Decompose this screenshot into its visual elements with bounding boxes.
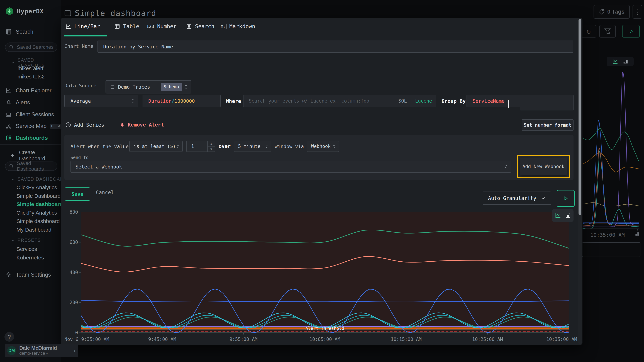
stepper-down-icon[interactable]: ▼ — [208, 146, 215, 152]
set-number-format-button[interactable]: Set number format — [522, 119, 574, 131]
threshold-number-input[interactable]: 1 ▲▼ — [186, 141, 215, 152]
saved-dashboards-header[interactable]: SAVED DASHBOARDS — [11, 177, 61, 182]
stepper-up-icon[interactable]: ▲ — [208, 141, 215, 146]
modal-scrollbar[interactable] — [578, 18, 582, 344]
bar-chart-icon[interactable] — [565, 213, 571, 218]
svg-text:10:05:00 AM: 10:05:00 AM — [310, 337, 340, 342]
via-label: window via — [275, 144, 304, 149]
sidebar-item-search[interactable]: Search — [5, 29, 33, 35]
send-to-label: Send to — [70, 155, 88, 160]
line-chart-icon[interactable] — [612, 58, 618, 64]
cancel-button[interactable]: Cancel — [96, 189, 114, 195]
line-chart-icon[interactable] — [555, 212, 561, 219]
brand[interactable]: HyperDX — [5, 7, 44, 16]
gear-icon — [5, 272, 12, 278]
chart-name-input[interactable]: Duration by Service Name — [98, 40, 573, 53]
comparator-select[interactable]: is at least (≥) — [129, 141, 183, 152]
group-by-value: ServiceName — [472, 98, 505, 104]
tags-label: 0 Tags — [607, 8, 624, 15]
kebab-menu-button[interactable]: ⋮ — [632, 5, 642, 18]
tile-x-axis-label: 10:35:00 AM — [590, 232, 633, 238]
tile-resize-handle[interactable] — [635, 232, 639, 236]
group-header-label: PRESETS — [18, 238, 41, 243]
svg-text:10:15:00 AM: 10:15:00 AM — [391, 337, 422, 342]
add-series-button[interactable]: Add Series — [65, 122, 104, 128]
svg-text:Alert Threshold: Alert Threshold — [306, 326, 344, 331]
tags-button[interactable]: 0 Tags — [594, 5, 630, 18]
refresh-button[interactable]: ↻ — [581, 25, 596, 37]
divider — [0, 144, 61, 145]
run-chart-button[interactable] — [557, 190, 574, 207]
save-button[interactable]: Save — [65, 187, 90, 201]
sql-toggle[interactable]: SQL — [398, 98, 407, 104]
remove-alert-button[interactable]: Remove Alert — [120, 122, 164, 128]
modal-scrollbar-thumb[interactable] — [578, 19, 582, 215]
page-title[interactable]: Simple dashboard — [75, 8, 156, 18]
add-new-webhook-button[interactable]: Add New Webhook — [520, 158, 567, 175]
data-source-select[interactable]: Demo Traces Schema — [106, 80, 192, 93]
filter-button[interactable] — [599, 25, 616, 37]
aggregation-select[interactable]: Average — [64, 95, 138, 107]
lucene-toggle[interactable]: Lucene — [415, 98, 432, 104]
user-menu[interactable]: DM Dale McDiarmid demo-service - › — [5, 344, 78, 357]
sidebar-item-team-settings[interactable]: Team Settings — [5, 272, 51, 278]
saved-searches-input[interactable]: Saved Searches — [5, 42, 57, 52]
aggregation-value: Average — [70, 98, 91, 104]
service-map-icon — [5, 123, 12, 129]
where-label: Where — [226, 98, 241, 104]
sidebar-item-dashboards[interactable]: Dashboards — [5, 135, 48, 141]
play-icon — [563, 196, 568, 201]
tab-search[interactable]: Search — [186, 23, 214, 29]
sidebar: HyperDX Search Saved Searches SAVED SEAR… — [0, 0, 61, 362]
saved-search-item[interactable]: mikes alert — [18, 65, 44, 71]
tile-chart-type-toggle[interactable] — [607, 57, 634, 66]
app-root: Simple dashboard 0 Tags ⋮ ↻ 10:35:00 AM … — [0, 0, 644, 362]
sidebar-item-client-sessions[interactable]: Client Sessions — [5, 111, 54, 118]
tab-number[interactable]: 123 Number — [146, 23, 176, 29]
sidebar-item-service-map[interactable]: Service Map — [5, 123, 46, 129]
granularity-value: Auto Granularity — [488, 195, 536, 201]
create-dashboard-button[interactable]: Create Dashboard — [10, 149, 61, 162]
number-stepper[interactable]: ▲▼ — [207, 141, 215, 152]
saved-dashboard-item[interactable]: ClickPy Analytics — [16, 184, 57, 190]
tag-icon — [599, 9, 605, 15]
bar-chart-icon[interactable] — [623, 59, 628, 64]
event-search-input[interactable]: Search your events w/ Lucene ex. column:… — [243, 95, 436, 107]
beta-badge: BETA — [50, 124, 61, 129]
saved-dashboard-item[interactable]: ClickPy Analytics — [16, 210, 57, 216]
alert-preview-chart: 0200400600800Nov 6 9:35:00 AM9:45:00 AM9… — [64, 210, 578, 345]
webhook-select[interactable]: Select a Webhook — [70, 161, 511, 173]
updown-chevron-icon — [176, 144, 180, 149]
line-chart-icon — [65, 23, 72, 29]
run-query-button-behind[interactable] — [622, 25, 640, 37]
updown-chevron-icon — [265, 144, 268, 149]
saved-dashboard-item[interactable]: My Dashboard — [16, 227, 51, 233]
granularity-select[interactable]: Auto Granularity — [483, 191, 551, 205]
channel-select[interactable]: Webhook — [307, 141, 339, 152]
sidebar-item-alerts[interactable]: Alerts — [5, 99, 30, 106]
preset-item[interactable]: Services — [16, 246, 37, 252]
expression-input[interactable]: Duration/1000000 — [142, 95, 220, 107]
svg-text:10:25:00 AM: 10:25:00 AM — [472, 337, 503, 342]
group-by-input[interactable]: ServiceName — [466, 95, 574, 107]
database-icon — [110, 84, 115, 90]
saved-dashboard-item-active[interactable]: Simple dashboard — [16, 201, 61, 207]
presets-header[interactable]: PRESETS — [11, 238, 41, 243]
sidebar-collapse-icon[interactable] — [64, 9, 72, 17]
window-select[interactable]: 5 minute — [234, 141, 271, 152]
saved-dashboards-input[interactable]: Saved Dashboards — [5, 162, 57, 171]
saved-search-item[interactable]: mikes tets2 — [18, 74, 45, 80]
saved-dashboard-item[interactable]: Simple Dashboard — [16, 193, 61, 199]
tab-line-bar[interactable]: Line/Bar — [65, 23, 100, 29]
tile-input-behind[interactable] — [582, 242, 640, 257]
expr-op: / — [172, 98, 174, 104]
help-button[interactable]: ? — [4, 332, 14, 342]
preset-item[interactable]: Kubernetes — [16, 255, 44, 261]
sidebar-item-label: Team Settings — [16, 272, 51, 278]
tab-markdown[interactable]: M↓ Markdown — [220, 23, 255, 29]
saved-dashboard-item[interactable]: Simple dashboard — [16, 218, 60, 224]
sidebar-item-chart-explorer[interactable]: Chart Explorer — [5, 87, 52, 94]
preview-chart-type-toggle[interactable] — [552, 209, 574, 222]
user-name: Dale McDiarmid — [19, 345, 57, 351]
tab-table[interactable]: Table — [114, 23, 139, 29]
